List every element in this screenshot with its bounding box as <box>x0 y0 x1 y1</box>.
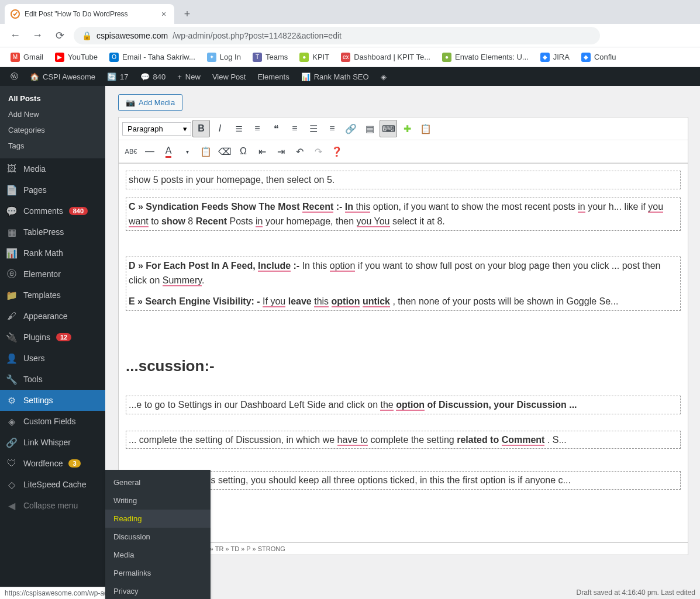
outdent-button[interactable]: ⇤ <box>253 143 271 160</box>
sidebar-item-wordfence[interactable]: 🛡Wordfence3 <box>0 453 105 474</box>
align-left-button[interactable]: ≡ <box>286 120 304 137</box>
settings-flyout-item[interactable]: Reading <box>105 510 211 528</box>
litespeed-bar[interactable]: ◈ <box>375 67 392 86</box>
reload-button[interactable]: ⟳ <box>51 27 68 44</box>
sidebar-item-appearance[interactable]: 🖌Appearance <box>0 306 105 327</box>
menu-icon: 👤 <box>6 352 18 364</box>
elements[interactable]: Elements <box>251 67 295 86</box>
menu-label: Pages <box>23 185 47 195</box>
bookmark-item[interactable]: ●Envato Elements: U... <box>437 50 533 64</box>
bookmark-item[interactable]: ◆JIRA <box>536 50 574 64</box>
sidebar-item-collapse-menu[interactable]: ◀Collapse menu <box>0 495 105 516</box>
bookmark-icon: ◆ <box>540 53 550 62</box>
bookmark-label: Conflu <box>594 53 616 61</box>
align-right-button[interactable]: ≡ <box>323 120 341 137</box>
bold-button[interactable]: B <box>192 120 210 137</box>
bookmark-item[interactable]: ●KPIT <box>295 50 334 64</box>
comment-icon: 💬 <box>140 72 150 81</box>
address-bar[interactable]: 🔒 cspisawesome.com/wp-admin/post.php?pos… <box>74 27 600 44</box>
content-line: show 5 posts in your homepage, then sele… <box>129 172 678 188</box>
view-post[interactable]: View Post <box>206 67 252 86</box>
menu-icon: 🔌 <box>6 331 18 343</box>
bookmark-label: Email - Taha Sakriw... <box>122 53 195 61</box>
new-tab-button[interactable]: + <box>179 6 195 22</box>
bullet-list-button[interactable]: ≣ <box>230 120 247 137</box>
hr-button[interactable]: — <box>141 143 158 160</box>
menu-label: LiteSpeed Cache <box>23 480 86 489</box>
add-element-button[interactable]: ✚ <box>398 120 416 137</box>
format-select[interactable]: Paragraph▾ <box>122 122 191 136</box>
sidebar-item-templates[interactable]: 📁Templates <box>0 285 105 306</box>
sidebar-item-link-whisper[interactable]: 🔗Link Whisper <box>0 432 105 453</box>
menu-label: Appearance <box>23 311 68 321</box>
toolbar-toggle-button[interactable]: ⌨ <box>380 120 397 137</box>
settings-flyout-item[interactable]: Media <box>105 546 211 564</box>
bookmark-item[interactable]: ▶YouTube <box>50 50 102 64</box>
text-color-button[interactable]: A <box>160 143 177 160</box>
sidebar-item-custom-fields[interactable]: ◈Custom Fields <box>0 411 105 432</box>
number-list-button[interactable]: ≡ <box>249 120 266 137</box>
comments-count[interactable]: 💬840 <box>135 67 172 86</box>
settings-flyout-item[interactable]: Permalinks <box>105 564 211 582</box>
menu-icon: 💬 <box>6 205 18 217</box>
color-dropdown[interactable]: ▾ <box>178 143 196 160</box>
redo-button[interactable]: ↷ <box>309 143 327 160</box>
browser-tab[interactable]: Edit Post "How To Do WordPress × <box>5 4 174 24</box>
sidebar-item-users[interactable]: 👤Users <box>0 348 105 369</box>
sidebar-item-media[interactable]: 🖼Media <box>0 158 105 179</box>
sidebar-item-settings[interactable]: ⚙Settings <box>0 390 105 411</box>
back-button[interactable]: ← <box>7 27 23 44</box>
bookmark-item[interactable]: OEmail - Taha Sakriw... <box>105 50 200 64</box>
quote-button[interactable]: ❝ <box>267 120 285 137</box>
settings-flyout-item[interactable]: Writing <box>105 491 211 510</box>
content-paragraph: ...e to go to Settings in our Dashboard … <box>126 396 681 414</box>
post-submenu-item[interactable]: Tags <box>0 138 105 154</box>
content-paragraph: E » Search Engine Visibility: - If you l… <box>129 294 678 309</box>
clipboard-button[interactable]: 📋 <box>417 120 435 137</box>
special-char-button[interactable]: Ω <box>235 143 252 160</box>
clear-format-button[interactable]: ⌫ <box>216 143 233 160</box>
italic-button[interactable]: I <box>211 120 229 137</box>
updates[interactable]: 🔄17 <box>101 67 134 86</box>
lock-icon: 🔒 <box>82 31 92 40</box>
menu-label: TablePress <box>23 227 64 237</box>
post-submenu-item[interactable]: All Posts <box>0 91 105 106</box>
sidebar-item-litespeed-cache[interactable]: ◇LiteSpeed Cache <box>0 474 105 495</box>
menu-icon: 🔧 <box>6 373 18 385</box>
sidebar-item-pages[interactable]: 📄Pages <box>0 179 105 200</box>
wp-logo[interactable]: ⓦ <box>5 67 24 86</box>
sidebar-item-comments[interactable]: 💬Comments840 <box>0 200 105 221</box>
add-media-button[interactable]: 📷 Add Media <box>118 94 182 111</box>
sidebar-item-rank-math[interactable]: 📊Rank Math <box>0 243 105 264</box>
align-center-button[interactable]: ☰ <box>305 120 322 137</box>
tab-close-icon[interactable]: × <box>159 9 168 19</box>
post-submenu-item[interactable]: Categories <box>0 122 105 138</box>
link-button[interactable]: 🔗 <box>342 120 360 137</box>
help-button[interactable]: ❓ <box>328 143 346 160</box>
more-button[interactable]: ▤ <box>361 120 378 137</box>
bookmark-item[interactable]: ✦Log In <box>202 50 246 64</box>
sidebar-item-elementor[interactable]: ⓔElementor <box>0 264 105 285</box>
url-domain: cspisawesome.com <box>96 31 168 40</box>
sidebar-item-tablepress[interactable]: ▦TablePress <box>0 221 105 243</box>
sidebar-item-tools[interactable]: 🔧Tools <box>0 369 105 390</box>
settings-flyout-item[interactable]: Discussion <box>105 528 211 546</box>
settings-flyout-item[interactable]: Privacy <box>105 582 211 599</box>
bookmark-icon: ● <box>299 53 309 62</box>
undo-button[interactable]: ↶ <box>291 143 308 160</box>
menu-label: Wordfence <box>23 459 63 468</box>
bookmark-item[interactable]: ◆Conflu <box>577 50 621 64</box>
bookmark-item[interactable]: exDashboard | KPIT Te... <box>336 50 435 64</box>
settings-flyout-item[interactable]: General <box>105 473 211 491</box>
rankmath-bar[interactable]: 📊Rank Math SEO <box>295 67 375 86</box>
bookmark-item[interactable]: MGmail <box>6 50 48 64</box>
post-submenu-item[interactable]: Add New <box>0 106 105 122</box>
strikethrough-button[interactable]: AB€ <box>122 143 140 160</box>
forward-button[interactable]: → <box>29 27 46 44</box>
site-name[interactable]: 🏠CSPI Awesome <box>24 67 101 86</box>
new-content[interactable]: +New <box>171 67 206 86</box>
sidebar-item-plugins[interactable]: 🔌Plugins12 <box>0 327 105 348</box>
indent-button[interactable]: ⇥ <box>272 143 289 160</box>
paste-text-button[interactable]: 📋 <box>197 143 215 160</box>
bookmark-item[interactable]: TTeams <box>248 50 292 64</box>
